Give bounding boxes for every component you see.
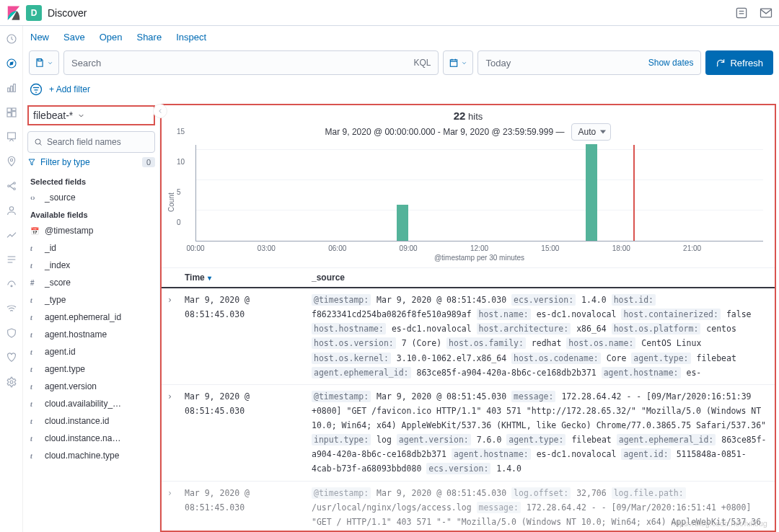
svg-rect-14	[7, 133, 15, 139]
sort-desc-icon: ▾	[208, 274, 211, 282]
date-quick-button[interactable]	[443, 50, 473, 75]
svg-rect-29	[38, 59, 42, 61]
refresh-button[interactable]: Refresh	[705, 50, 773, 75]
search-input[interactable]: Search KQL	[63, 50, 439, 75]
field-type-icon: t	[30, 314, 39, 322]
watermark-text: https://blog.csdn.net/fullbug	[671, 519, 767, 528]
field-type-icon: t	[30, 244, 39, 252]
field-key: host.os.codename:	[511, 353, 601, 364]
field-item[interactable]: t_id	[23, 239, 159, 257]
field-item[interactable]: ‹›_source	[23, 189, 159, 206]
svg-marker-6	[10, 62, 13, 65]
filter-options-icon[interactable]	[29, 82, 43, 97]
metrics-icon[interactable]	[6, 229, 17, 241]
field-search-input[interactable]: Search field names	[27, 131, 155, 153]
collapse-sidebar-button[interactable]	[153, 104, 167, 118]
col-time-header[interactable]: Time ▾	[185, 272, 312, 283]
field-key: ecs.version:	[426, 463, 490, 474]
field-item[interactable]: tcloud.availability_…	[23, 395, 159, 412]
chevron-down-icon	[77, 112, 85, 120]
svg-point-28	[10, 381, 13, 384]
field-item[interactable]: t_type	[23, 291, 159, 309]
ml-icon[interactable]	[6, 180, 17, 192]
expand-row-button[interactable]: ›	[167, 293, 185, 380]
query-bar: Search KQL Today Show dates Refresh	[23, 48, 779, 81]
discover-icon[interactable]	[6, 58, 17, 69]
svg-line-22	[9, 186, 13, 189]
refresh-icon	[716, 58, 726, 68]
page-title: Discover	[48, 7, 87, 19]
row-time: Mar 9, 2020 @ 08:51:45.030	[185, 389, 312, 476]
filter-by-type-button[interactable]: Filter by type 0	[27, 157, 155, 167]
heartbeat-icon[interactable]	[6, 352, 17, 363]
chevron-down-icon	[461, 60, 467, 66]
svg-line-39	[40, 143, 42, 146]
clock-icon[interactable]	[6, 33, 17, 45]
search-icon	[34, 138, 43, 146]
expand-row-button[interactable]: ›	[167, 389, 185, 476]
field-key: agent.ephemeral_id:	[312, 367, 411, 378]
new-link[interactable]: New	[30, 32, 49, 43]
field-item[interactable]: tcloud.machine.type	[23, 447, 159, 464]
field-key: host.containerized:	[621, 309, 721, 320]
field-item[interactable]: tagent.hostname	[23, 326, 159, 343]
svg-rect-11	[12, 108, 15, 110]
show-dates-link[interactable]: Show dates	[648, 58, 694, 68]
open-link[interactable]: Open	[100, 32, 123, 43]
field-name: _index	[45, 260, 70, 270]
inspect-link[interactable]: Inspect	[176, 32, 206, 43]
wifi-icon[interactable]	[6, 303, 17, 314]
field-key: host.hostname:	[312, 323, 386, 334]
index-pattern-picker[interactable]: filebeat-*	[27, 105, 155, 125]
canvas-icon[interactable]	[6, 131, 17, 143]
save-link[interactable]: Save	[63, 32, 85, 43]
field-item[interactable]: 📅@timestamp	[23, 222, 159, 239]
query-language-toggle[interactable]: KQL	[413, 58, 431, 68]
apm-icon[interactable]	[6, 278, 17, 290]
field-type-icon: t	[30, 383, 39, 391]
field-item[interactable]: tagent.version	[23, 378, 159, 395]
field-item[interactable]: tagent.ephemeral_id	[23, 309, 159, 326]
gear-icon[interactable]	[6, 376, 17, 388]
field-item[interactable]: tagent.id	[23, 343, 159, 360]
row-source: @timestamp: Mar 9, 2020 @ 08:51:45.030 m…	[312, 389, 769, 476]
app-badge: D	[26, 5, 42, 21]
field-name: cloud.machine.type	[45, 451, 119, 461]
field-key: input.type:	[312, 434, 371, 445]
filter-icon	[27, 158, 36, 167]
field-key: ecs.version:	[511, 294, 576, 306]
user-icon[interactable]	[6, 205, 17, 216]
field-type-icon: t	[30, 296, 39, 304]
news-icon[interactable]	[734, 6, 749, 20]
date-picker[interactable]: Today Show dates	[477, 50, 701, 75]
nav-rail	[0, 26, 23, 532]
field-item[interactable]: tcloud.instance.id	[23, 412, 159, 430]
saved-query-button[interactable]	[29, 50, 59, 75]
expand-row-button[interactable]: ›	[167, 486, 185, 531]
field-type-icon: t	[30, 262, 39, 270]
field-item[interactable]: #_score	[23, 274, 159, 291]
dashboard-icon[interactable]	[6, 107, 17, 118]
svg-point-27	[11, 285, 12, 287]
field-key: message:	[511, 391, 555, 402]
svg-rect-13	[7, 113, 11, 117]
field-type-icon: t	[30, 365, 39, 373]
svg-rect-3	[761, 9, 772, 17]
field-type-icon: t	[30, 331, 39, 339]
maps-icon[interactable]	[6, 156, 17, 167]
histogram-scale-select[interactable]: Auto	[571, 123, 611, 141]
field-item[interactable]: t_index	[23, 257, 159, 274]
field-item[interactable]: tcloud.instance.na…	[23, 430, 159, 447]
col-source-header[interactable]: _source	[312, 272, 769, 283]
field-name: _type	[45, 295, 66, 305]
add-filter-button[interactable]: + Add filter	[49, 84, 90, 94]
logs-icon[interactable]	[6, 254, 17, 265]
security-icon[interactable]	[6, 327, 17, 339]
field-key: host.id:	[612, 294, 656, 306]
share-link[interactable]: Share	[136, 32, 162, 43]
filter-count-badge: 0	[142, 157, 155, 167]
visualize-icon[interactable]	[6, 82, 17, 94]
svg-point-20	[13, 188, 15, 190]
mail-icon[interactable]	[759, 6, 773, 20]
field-item[interactable]: tagent.type	[23, 360, 159, 378]
